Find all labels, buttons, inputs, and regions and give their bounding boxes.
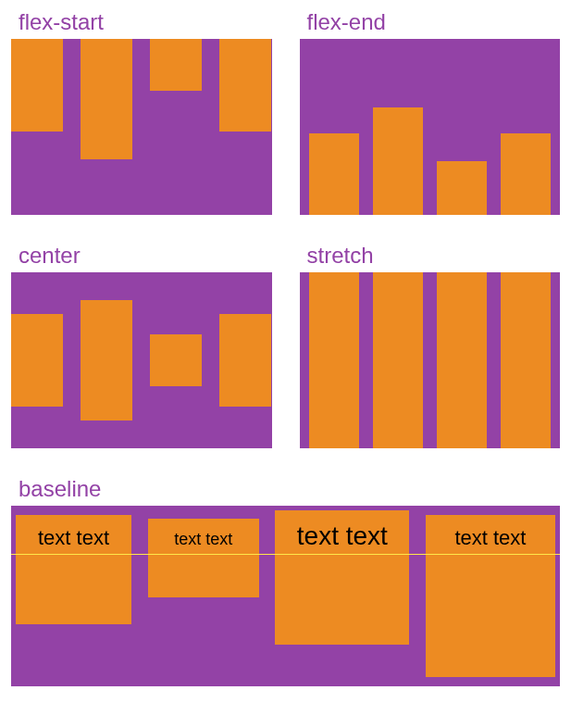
container-stretch (300, 272, 561, 448)
panel-center: center (11, 243, 272, 448)
flex-item (150, 39, 202, 91)
flex-item (11, 39, 63, 132)
label-baseline: baseline (11, 476, 560, 502)
container-flex-start (11, 39, 272, 215)
flex-item: text text (275, 510, 409, 645)
item-text: text text (174, 530, 232, 549)
container-center (11, 272, 272, 448)
container-flex-end (300, 39, 561, 215)
label-stretch: stretch (300, 243, 561, 269)
panel-stretch: stretch (300, 243, 561, 448)
flex-item (11, 314, 63, 407)
panel-flex-end: flex-end (300, 9, 561, 215)
flex-item (501, 272, 551, 448)
flex-item (373, 107, 423, 215)
flex-item: text text (426, 515, 555, 677)
flex-item: text text (16, 515, 131, 624)
panel-baseline: baseline text text text text text text t… (11, 476, 560, 686)
container-baseline: text text text text text text text text (11, 506, 560, 686)
flex-item (501, 133, 551, 215)
label-flex-end: flex-end (300, 9, 561, 35)
flex-item (81, 39, 132, 159)
item-text: text text (454, 526, 526, 550)
flex-item (309, 272, 359, 448)
flex-item (437, 161, 487, 215)
item-text: text text (297, 521, 388, 551)
flex-item (309, 133, 359, 215)
flex-item (219, 39, 271, 132)
flex-item (81, 300, 132, 420)
flex-item (219, 314, 271, 407)
panel-flex-start: flex-start (11, 9, 272, 215)
flex-item (373, 272, 423, 448)
item-text: text text (38, 526, 109, 550)
label-flex-start: flex-start (11, 9, 272, 35)
flex-item (437, 272, 487, 448)
flex-item: text text (148, 519, 259, 597)
baseline-indicator-line (11, 554, 560, 555)
flex-item (150, 334, 202, 386)
label-center: center (11, 243, 272, 269)
